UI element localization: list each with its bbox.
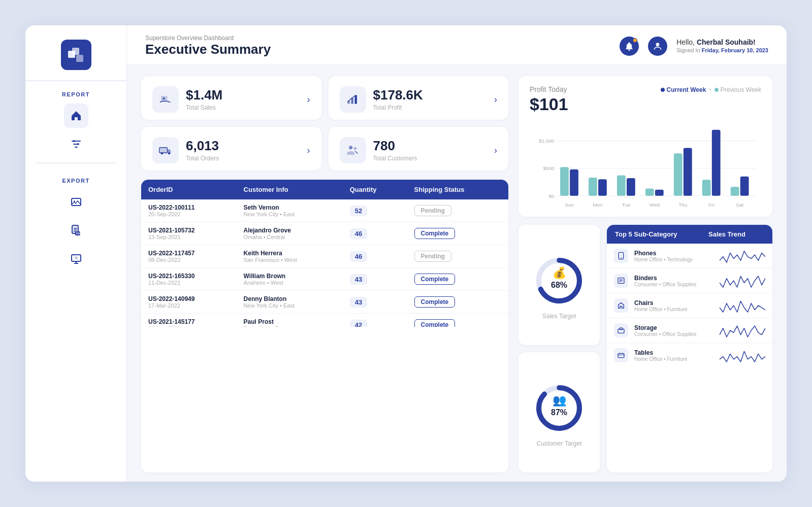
- bottom-right: 💰 68% Sales Target 👥 87% Customer Target…: [518, 225, 772, 472]
- status-cell: Complete: [407, 222, 508, 245]
- subcat-name-3: Storage: [634, 324, 709, 331]
- profit-header: Profit Today $101 Current Week • Pr: [530, 85, 761, 114]
- svg-point-28: [353, 147, 356, 150]
- kpi-label-2: Total Orders: [186, 155, 300, 162]
- customer-info-cell: Alejandro GroveOmaha • Central: [237, 222, 343, 245]
- subcat-header: Top 5 Sub-Category Sales Trend: [607, 225, 772, 244]
- svg-rect-51: [712, 130, 721, 196]
- table-body: US-2022-10011120-Sep-2022 Seth VernonNew…: [141, 199, 508, 327]
- table-header-2: Quantity: [343, 180, 407, 199]
- subcat-row[interactable]: Binders Consumer • Office Supplies: [607, 268, 772, 293]
- svg-text:Sun: Sun: [565, 202, 574, 208]
- status-cell: Pending: [407, 245, 508, 268]
- kpi-icon-0: [152, 86, 179, 113]
- svg-rect-8: [72, 198, 81, 206]
- subcat-category-1: Consumer • Office Supplies: [634, 282, 709, 287]
- svg-rect-36: [570, 170, 578, 196]
- table-row[interactable]: US-2021-16533011-Dec-2021 William BrownA…: [141, 268, 508, 291]
- previous-week-tab[interactable]: Previous Week: [714, 85, 761, 94]
- kpi-row: $1.4M Total Sales › $178.6K Total Profit…: [141, 76, 508, 171]
- svg-rect-50: [702, 180, 711, 195]
- subcat-icon-2: [614, 298, 628, 313]
- subcat-row[interactable]: Storage Consumer • Office Supplies: [607, 318, 772, 343]
- table-row[interactable]: US-2021-14517710-Nov-2021 Paul ProstSpri…: [141, 314, 508, 327]
- previous-week-dot: [714, 88, 719, 92]
- subcat-name-4: Tables: [634, 349, 709, 356]
- order-id-cell: US-2022-10011120-Sep-2022: [141, 199, 237, 222]
- status-cell: Complete: [407, 291, 508, 314]
- logo-icon: [61, 40, 91, 70]
- svg-rect-2: [76, 55, 83, 62]
- notification-bell[interactable]: [620, 37, 639, 56]
- subcat-row[interactable]: Chairs Home Office • Furniture: [607, 293, 772, 318]
- kpi-arrow-1[interactable]: ›: [494, 94, 497, 105]
- table-scroll[interactable]: OrderIDCustomer InfoQuantityShipping Sta…: [141, 180, 508, 327]
- svg-text:Sat: Sat: [736, 202, 743, 208]
- kpi-card-1: $178.6K Total Profit ›: [329, 76, 509, 120]
- svg-text:Thu: Thu: [678, 202, 687, 208]
- svg-point-19: [656, 43, 660, 46]
- table-row[interactable]: US-2021-10573213-Sep-2021 Alejandro Grov…: [141, 222, 508, 245]
- subcat-name-0: Phones: [634, 250, 709, 257]
- kpi-arrow-3[interactable]: ›: [494, 145, 497, 156]
- svg-text:87%: 87%: [551, 408, 567, 417]
- kpi-card-0: $1.4M Total Sales ›: [141, 76, 321, 120]
- profit-info: Profit Today $101: [530, 85, 568, 114]
- svg-point-25: [168, 152, 170, 154]
- subcat-info-0: Phones Home Office • Technology: [630, 250, 709, 262]
- kpi-icon-3: [340, 137, 366, 163]
- current-week-tab[interactable]: Current Week: [661, 85, 706, 94]
- header-subtitle: Superstore Overview Dashboard: [145, 35, 271, 42]
- subcat-row[interactable]: Tables Home Office • Furniture: [607, 343, 772, 367]
- sidebar-item-export-image[interactable]: [64, 190, 88, 214]
- subcat-category-0: Home Office • Technology: [634, 257, 709, 262]
- previous-week-label: Previous Week: [721, 86, 761, 93]
- sidebar-item-export-ppt[interactable]: [64, 247, 88, 271]
- kpi-arrow-0[interactable]: ›: [307, 94, 310, 105]
- donut-label-1: Customer Target: [537, 440, 581, 447]
- current-week-dot: [661, 88, 665, 92]
- subcat-category-2: Home Office • Furniture: [634, 307, 709, 312]
- subcat-row[interactable]: Phones Home Office • Technology: [607, 244, 772, 268]
- customer-info-cell: William BrownAnaheim • West: [237, 268, 343, 291]
- order-id-cell: US-2021-10573213-Sep-2021: [141, 222, 237, 245]
- svg-text:$500: $500: [543, 165, 555, 171]
- sidebar-item-home[interactable]: [64, 104, 88, 128]
- sidebar-item-export-pdf[interactable]: PDF: [64, 218, 88, 243]
- subcat-icon-0: [614, 249, 628, 263]
- svg-point-6: [73, 140, 75, 142]
- quantity-cell: 46: [343, 222, 407, 245]
- kpi-value-2: 6,013: [186, 139, 300, 153]
- table-header-1: Customer Info: [237, 180, 343, 199]
- svg-text:Fri: Fri: [708, 202, 714, 208]
- table-row[interactable]: US-2022-10011120-Sep-2022 Seth VernonNew…: [141, 199, 508, 222]
- kpi-label-0: Total Sales: [186, 104, 300, 111]
- svg-rect-54: [740, 177, 749, 196]
- profit-value: $101: [530, 94, 568, 114]
- quantity-cell: 42: [343, 314, 407, 327]
- donut-card-1: 👥 87% Customer Target: [518, 352, 600, 472]
- week-tabs: Current Week • Previous Week: [661, 85, 762, 94]
- svg-text:PDF: PDF: [76, 232, 81, 235]
- status-cell: Complete: [407, 314, 508, 327]
- svg-rect-53: [731, 187, 739, 195]
- signed-in-info: Signed In Friday, February 10, 2023: [676, 47, 768, 54]
- subcat-sparkline-3: [709, 323, 765, 338]
- donut-card-0: 💰 68% Sales Target: [518, 225, 600, 345]
- user-avatar[interactable]: [648, 37, 667, 56]
- svg-point-27: [349, 146, 352, 149]
- sidebar-item-filters[interactable]: [64, 132, 88, 156]
- table-row[interactable]: US-2022-11745708-Dec-2022 Keith HerreraS…: [141, 245, 508, 268]
- subcategory-card: Top 5 Sub-Category Sales Trend Phones Ho…: [607, 225, 772, 472]
- subcat-info-4: Tables Home Office • Furniture: [630, 349, 709, 362]
- table-row[interactable]: US-2022-14094917-Mar-2022 Denny BlantonN…: [141, 291, 508, 314]
- subcat-info-3: Storage Consumer • Office Supplies: [630, 324, 709, 337]
- customer-info-cell: Seth VernonNew York City • East: [237, 199, 343, 222]
- subcat-sparkline-4: [709, 348, 765, 363]
- subcat-header-label2: Sales Trend: [708, 230, 764, 238]
- kpi-arrow-2[interactable]: ›: [307, 145, 310, 156]
- svg-rect-48: [684, 148, 692, 195]
- bell-dot: [633, 38, 637, 43]
- report-section-label: REPORT: [62, 91, 90, 97]
- customer-info-cell: Paul ProstSpringfield • East: [237, 314, 343, 327]
